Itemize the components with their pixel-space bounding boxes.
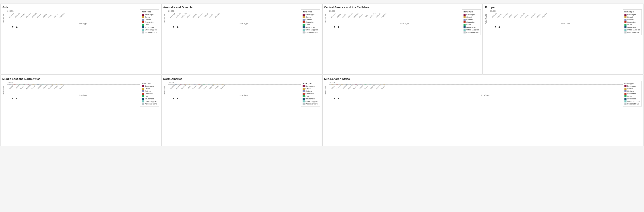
bars-container: 10k (7, 13, 159, 13)
bars-container: 10k (168, 84, 320, 85)
legend-item-label: Household (627, 98, 636, 100)
legend-item-label: Cosmetics (466, 21, 475, 23)
legend-item: Cosmetics (624, 93, 640, 95)
legend-item-label: Cereal (144, 16, 150, 18)
legend-item: Office Supplies (142, 100, 157, 102)
legend-color-swatch (142, 24, 144, 26)
legend-color-swatch (303, 24, 305, 26)
sort-ascending-button[interactable]: ▲ (176, 25, 179, 28)
legend-item-label: Cereal (305, 87, 311, 90)
legend-item-label: Beverages (305, 13, 315, 16)
legend-item-label: Household (305, 26, 315, 28)
legend-item: Personal Care (142, 103, 157, 105)
legend-color-swatch (624, 24, 626, 26)
sort-descending-button[interactable]: ▼ (11, 97, 14, 100)
legend-item: Clothes (624, 90, 640, 92)
legend-item-label: Office Supplies (305, 29, 318, 31)
sort-descending-button[interactable]: ▼ (333, 25, 336, 28)
sort-ascending-button[interactable]: ▲ (337, 25, 340, 28)
legend-item: Cosmetics (464, 21, 479, 23)
sort-descending-button[interactable]: ▼ (11, 25, 14, 28)
legend-item-label: Clothes (305, 19, 312, 21)
panel-title: Middle East and North Africa (2, 77, 159, 80)
legend-item: Personal Care (624, 103, 640, 105)
legend-item: Personal Care (464, 31, 479, 33)
x-axis-label: Item Type (7, 23, 159, 25)
legend-color-swatch (464, 24, 466, 26)
legend-color-swatch (142, 88, 144, 90)
legend-item-label: Clothes (144, 90, 151, 92)
panel-title: Asia (2, 6, 159, 9)
y-max-label: 20.65k (7, 10, 159, 12)
legend-item: Fruits (464, 24, 479, 26)
legend-title: Item Type (624, 11, 640, 13)
legend-color-swatch (624, 88, 626, 90)
legend-item-label: Clothes (144, 19, 151, 21)
legend-item: Cosmetics (624, 21, 640, 23)
legend-item-label: Personal Care (305, 31, 318, 33)
legend-item-label: Beverages (305, 85, 315, 87)
legend-title: Item Type (142, 82, 157, 84)
legend-item: Household (464, 26, 479, 28)
legend-color-swatch (624, 16, 626, 18)
legend-item-label: Clothes (627, 90, 634, 92)
legend-color-swatch (142, 95, 144, 97)
legend-color-swatch (464, 21, 466, 23)
legend-item-label: Household (144, 98, 154, 100)
legend-item: Cereal (624, 87, 640, 90)
legend-item: Fruits (624, 24, 640, 26)
legend-item-label: Beverages (627, 13, 636, 16)
legend-item: Cereal (303, 16, 318, 18)
legend-color-swatch (624, 21, 626, 23)
legend-item-label: Household (627, 26, 636, 28)
legend-item: Cosmetics (142, 93, 157, 95)
y-max-label: 20.65k (7, 81, 159, 84)
sort-descending-button[interactable]: ▼ (172, 97, 175, 100)
legend-item-label: Cereal (627, 16, 633, 18)
chart-panel-sub-saharan: Sub-Saharan AfricaTotal Profit20.65k10kC… (322, 75, 644, 146)
legend-item-label: Cereal (144, 87, 150, 90)
legend-item: Beverages (303, 13, 318, 16)
x-axis-label: Item Type (168, 94, 320, 96)
sort-ascending-button[interactable]: ▲ (15, 25, 18, 28)
sort-ascending-button[interactable]: ▲ (498, 25, 501, 28)
legend-color-swatch (142, 14, 144, 16)
legend-item: Fruits (303, 24, 318, 26)
sort-descending-button[interactable]: ▼ (494, 25, 497, 28)
bars-container: 10k (329, 13, 481, 13)
legend-color-swatch (464, 26, 466, 28)
chart-panel-middle-east: Middle East and North AfricaTotal Profit… (1, 75, 161, 146)
legend-color-swatch (624, 98, 626, 100)
sort-ascending-button[interactable]: ▲ (15, 97, 18, 100)
legend-color-swatch (142, 16, 144, 18)
sort-descending-button[interactable]: ▼ (172, 25, 175, 28)
legend-item: Beverages (303, 85, 318, 87)
sort-ascending-button[interactable]: ▲ (176, 97, 179, 100)
legend-color-swatch (142, 103, 144, 105)
legend-color-swatch (142, 98, 144, 100)
x-axis-label: Item Type (489, 23, 642, 25)
legend-color-swatch (303, 100, 305, 102)
legend-item-label: Cereal (466, 16, 472, 18)
legend-color-swatch (624, 93, 626, 95)
legend-item-label: Household (144, 26, 154, 28)
legend-item-label: Cereal (627, 87, 633, 90)
legend-item: Cereal (303, 87, 318, 90)
legend-item: Cereal (624, 16, 640, 18)
legend-color-swatch (464, 31, 466, 33)
legend-item: Beverages (624, 85, 640, 87)
chart-panel-europe: EuropeTotal Profit20.65k10kOffice Suppli… (483, 4, 643, 75)
legend-item: Beverages (464, 13, 479, 16)
legend-item-label: Office Supplies (466, 29, 479, 31)
legend-item-label: Beverages (144, 13, 154, 16)
legend-color-swatch (464, 29, 466, 31)
sort-ascending-button[interactable]: ▲ (337, 97, 340, 100)
legend-color-swatch (624, 19, 626, 21)
y-axis-label: Total Profit (163, 81, 167, 100)
legend-item: Office Supplies (624, 100, 640, 102)
sort-descending-button[interactable]: ▼ (333, 97, 336, 100)
y-axis-label: Total Profit (163, 10, 167, 28)
legend-item: Household (624, 98, 640, 100)
legend-item: Fruits (142, 95, 157, 97)
legend-item: Office Supplies (303, 29, 318, 31)
